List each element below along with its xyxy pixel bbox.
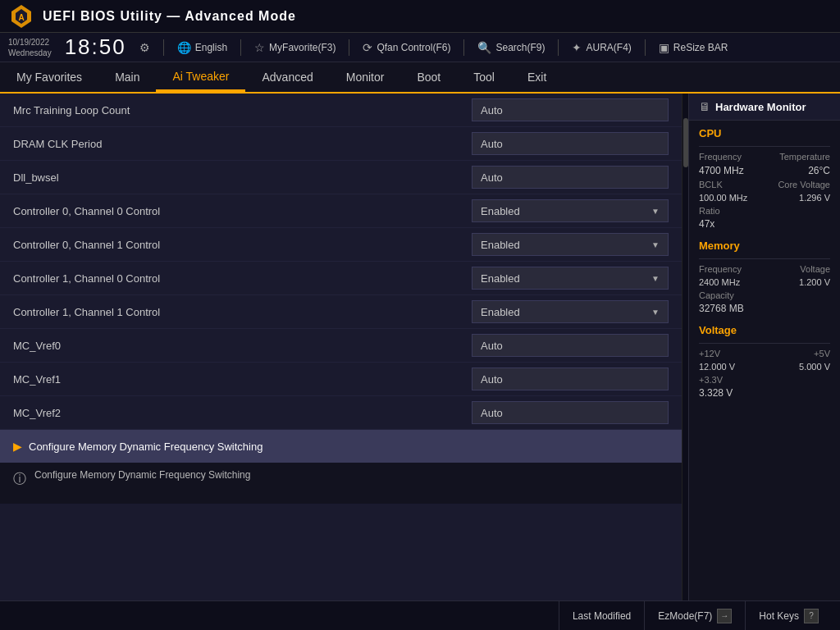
date-value: 10/19/2022 [8,37,52,48]
hot-keys-btn[interactable]: Hot Keys ? [745,601,832,630]
voltage-section-title: Voltage [689,317,840,340]
ez-mode-icon: → [717,609,732,623]
cpu-freq-value: 4700 MHz [699,165,744,176]
qfan-label: Qfan Control(F6) [377,42,450,53]
dropdown-arrow-icon: ▼ [651,207,660,216]
dropdown-arrow-icon: ▼ [651,240,660,249]
nav-boot[interactable]: Boot [400,62,457,92]
mem-freq-row: Frequency Voltage [689,262,840,276]
toolbar-myfavorite[interactable]: ☆ MyFavorite(F3) [254,41,336,54]
voltage-12-row: +12V +5V [689,347,840,360]
settings-icon[interactable]: ⚙ [139,41,150,54]
ez-mode-btn[interactable]: EzMode(F7) → [644,601,745,630]
toolbar-aura[interactable]: ✦ AURA(F4) [572,41,631,54]
monitor-icon: 🖥 [699,100,710,113]
content-scrollbar[interactable] [682,94,688,600]
dropdown-ctrl0-ch0[interactable]: Enabled▼ [472,199,669,222]
toolbar-divider-1 [163,39,164,56]
setting-row-mc-vref2: MC_Vref2Auto [0,396,682,430]
textbox-mc-vref2[interactable]: Auto [472,401,669,424]
day-value: Wednesday [8,48,52,58]
submenu-arrow-icon: ▶ [13,440,22,453]
setting-row-mc-vref0: MC_Vref0Auto [0,329,682,363]
hot-keys-icon: ? [804,609,819,623]
setting-label-mc-vref1: MC_Vref1 [13,373,472,386]
setting-value-mc-vref0[interactable]: Auto [472,334,669,357]
setting-value-ctrl0-ch0[interactable]: Enabled▼ [472,199,669,222]
textbox-mc-vref0[interactable]: Auto [472,334,669,357]
cpu-bclk-values: 100.00 MHz 1.296 V [689,191,840,204]
v33-label: +3.3V [699,375,723,385]
setting-label-mrc-training: Mrc Training Loop Count [13,104,472,116]
toolbar-resizebar[interactable]: ▣ ReSize BAR [659,41,728,54]
resizebar-icon: ▣ [659,41,669,54]
memory-section-title: Memory [689,233,840,255]
setting-label-dram-clk: DRAM CLK Period [13,138,472,150]
cpu-bclk-value: 100.00 MHz [699,193,747,203]
aura-icon: ✦ [572,41,582,54]
cpu-temp-value: 26°C [808,165,830,176]
cpu-bclk-label: BCLK [699,180,723,189]
v12-value: 12.000 V [699,362,735,372]
nav-tool[interactable]: Tool [457,62,511,92]
nav-main[interactable]: Main [98,62,156,92]
v5-label: +5V [814,349,830,358]
logo-area: A UEFI BIOS Utility — Advanced Mode [8,3,296,30]
setting-row-dll-bwsel: Dll_bwselAuto [0,161,682,194]
setting-label-mc-vref2: MC_Vref2 [13,407,472,419]
last-modified-btn[interactable]: Last Modified [559,601,644,630]
hw-monitor-title: Hardware Monitor [715,101,806,113]
nav-my-favorites[interactable]: My Favorites [0,62,98,92]
textbox-mc-vref1[interactable]: Auto [472,368,669,390]
v5-value: 5.000 V [799,362,830,372]
setting-value-dll-bwsel[interactable]: Auto [472,166,669,189]
search-icon: 🔍 [477,41,491,54]
settings-rows: Mrc Training Loop CountAutoDRAM CLK Peri… [0,94,682,430]
voltage-12-values: 12.000 V 5.000 V [689,360,840,373]
dropdown-ctrl1-ch0[interactable]: Enabled▼ [472,267,669,290]
setting-value-mrc-training[interactable]: Auto [472,98,669,121]
favorite-label: MyFavorite(F3) [269,42,336,53]
nav-exit[interactable]: Exit [511,62,563,92]
setting-value-ctrl1-ch1[interactable]: Enabled▼ [472,300,669,323]
nav-ai-tweaker[interactable]: Ai Tweaker [156,62,245,92]
aura-label: AURA(F4) [586,42,631,53]
setting-row-ctrl0-ch0: Controller 0, Channel 0 ControlEnabled▼ [0,194,682,228]
dropdown-ctrl1-ch1[interactable]: Enabled▼ [472,300,669,323]
info-description: Configure Memory Dynamic Frequency Switc… [34,469,250,481]
textbox-dll-bwsel[interactable]: Auto [472,166,669,189]
cpu-corevolt-label: Core Voltage [778,180,830,189]
asus-logo-icon: A [8,3,34,30]
cpu-corevolt-value: 1.296 V [799,193,830,203]
setting-value-ctrl1-ch0[interactable]: Enabled▼ [472,267,669,290]
favorite-icon: ☆ [254,41,265,54]
setting-value-mc-vref2[interactable]: Auto [472,401,669,424]
submenu-label: Configure Memory Dynamic Frequency Switc… [29,441,262,453]
submenu-configure-memory[interactable]: ▶ Configure Memory Dynamic Frequency Swi… [0,430,682,463]
voltage-33-row: +3.3V [689,373,840,386]
toolbar-language[interactable]: 🌐 English [177,41,227,54]
nav-monitor[interactable]: Monitor [330,62,401,92]
toolbar-divider-4 [463,39,464,56]
bottom-bar: Last Modified EzMode(F7) → Hot Keys ? [0,600,840,630]
toolbar-qfan[interactable]: ⟳ Qfan Control(F6) [363,41,450,54]
hw-monitor-header: 🖥 Hardware Monitor [689,94,840,121]
resizebar-label: ReSize BAR [673,42,728,53]
memory-divider [699,258,830,259]
textbox-mrc-training[interactable]: Auto [472,98,669,121]
nav-advanced[interactable]: Advanced [245,62,329,92]
toolbar-search[interactable]: 🔍 Search(F9) [477,41,545,54]
dropdown-ctrl0-ch1[interactable]: Enabled▼ [472,233,669,256]
cpu-ratio-label: Ratio [699,206,720,216]
setting-value-ctrl0-ch1[interactable]: Enabled▼ [472,233,669,256]
setting-value-dram-clk[interactable]: Auto [472,132,669,155]
setting-value-mc-vref1[interactable]: Auto [472,368,669,390]
toolbar-divider-6 [645,39,646,56]
setting-label-ctrl1-ch0: Controller 1, Channel 0 Control [13,272,472,285]
setting-label-ctrl0-ch1: Controller 0, Channel 1 Control [13,239,472,251]
voltage-divider [699,343,830,344]
textbox-dram-clk[interactable]: Auto [472,132,669,155]
scroll-thumb[interactable] [683,118,688,167]
settings-content: Mrc Training Loop CountAutoDRAM CLK Peri… [0,94,682,600]
mem-cap-row: Capacity [689,289,840,302]
